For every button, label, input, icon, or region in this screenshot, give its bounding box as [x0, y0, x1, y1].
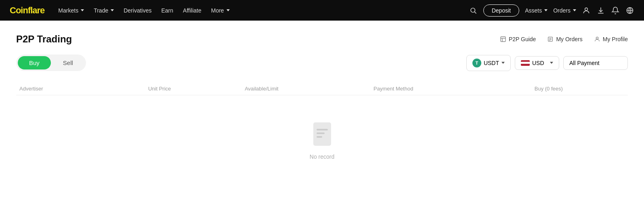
sell-button[interactable]: Sell: [52, 56, 84, 69]
filters: T USDT USD All Payment: [466, 55, 628, 71]
col-buy: Buy (0 fees): [531, 86, 628, 92]
user-icon[interactable]: [582, 6, 591, 15]
nav-item-affiliate[interactable]: Affiliate: [179, 5, 206, 16]
orders-icon: [547, 36, 554, 42]
empty-text: No record: [310, 153, 334, 160]
main-content: P2P Trading P2P Guide My Orders My Profi…: [0, 21, 644, 184]
col-available-limit: Available/Limit: [241, 86, 370, 92]
nav-item-derivatives[interactable]: Derivatives: [120, 5, 155, 16]
nav-item-trade[interactable]: Trade: [90, 5, 118, 16]
search-icon[interactable]: [469, 6, 478, 15]
buy-button[interactable]: Buy: [18, 56, 51, 69]
flag-us-icon: [521, 60, 530, 66]
chevron-down-icon: [81, 9, 84, 11]
notification-icon[interactable]: [611, 6, 620, 15]
controls-row: Buy Sell T USDT USD All Pay: [16, 55, 628, 71]
page-title: P2P Trading: [16, 34, 72, 45]
chevron-down-icon: [501, 62, 505, 64]
p2p-guide-link[interactable]: P2P Guide: [500, 36, 536, 42]
nav-item-earn[interactable]: Earn: [157, 5, 177, 16]
svg-rect-15: [317, 136, 322, 138]
chevron-down-icon: [573, 9, 576, 11]
assets-dropdown[interactable]: Assets: [525, 7, 548, 14]
token-filter[interactable]: T USDT: [466, 55, 511, 71]
empty-state: No record: [16, 95, 628, 184]
svg-point-2: [585, 8, 588, 11]
my-orders-link[interactable]: My Orders: [547, 36, 582, 42]
nav-item-markets[interactable]: Markets: [54, 5, 88, 16]
svg-point-11: [596, 37, 598, 39]
brand-logo[interactable]: Coinflare: [10, 5, 44, 16]
empty-icon: [310, 120, 334, 149]
col-payment-method: Payment Method: [370, 86, 531, 92]
col-advertiser: Advertiser: [16, 86, 145, 92]
download-icon[interactable]: [596, 6, 605, 15]
buy-sell-toggle: Buy Sell: [16, 55, 86, 71]
deposit-button[interactable]: Deposit: [483, 4, 519, 17]
svg-rect-14: [317, 132, 325, 134]
chevron-down-icon: [227, 9, 230, 11]
my-profile-link[interactable]: My Profile: [594, 36, 628, 42]
book-icon: [500, 36, 506, 42]
currency-filter[interactable]: USD: [515, 56, 559, 70]
table-header: Advertiser Unit Price Available/Limit Pa…: [16, 81, 628, 95]
chevron-down-icon: [111, 9, 114, 11]
svg-rect-13: [317, 129, 328, 130]
svg-rect-4: [501, 37, 506, 42]
orders-dropdown[interactable]: Orders: [553, 7, 576, 14]
navbar-right: Deposit Assets Orders: [469, 4, 634, 17]
svg-point-0: [471, 8, 475, 13]
usdt-icon: T: [472, 59, 481, 67]
col-unit-price: Unit Price: [145, 86, 241, 92]
page-header: P2P Trading P2P Guide My Orders My Profi…: [16, 21, 628, 55]
profile-icon: [594, 36, 600, 42]
navbar: Coinflare Markets Trade Derivatives Earn…: [0, 0, 644, 21]
nav-item-more[interactable]: More: [207, 5, 234, 16]
nav-items: Markets Trade Derivatives Earn Affiliate…: [54, 5, 465, 16]
chevron-down-icon: [544, 9, 548, 11]
payment-filter[interactable]: All Payment: [563, 56, 628, 70]
page-header-right: P2P Guide My Orders My Profile: [500, 36, 628, 42]
svg-line-1: [474, 12, 476, 13]
globe-icon[interactable]: [625, 6, 634, 15]
chevron-down-icon: [550, 62, 553, 64]
